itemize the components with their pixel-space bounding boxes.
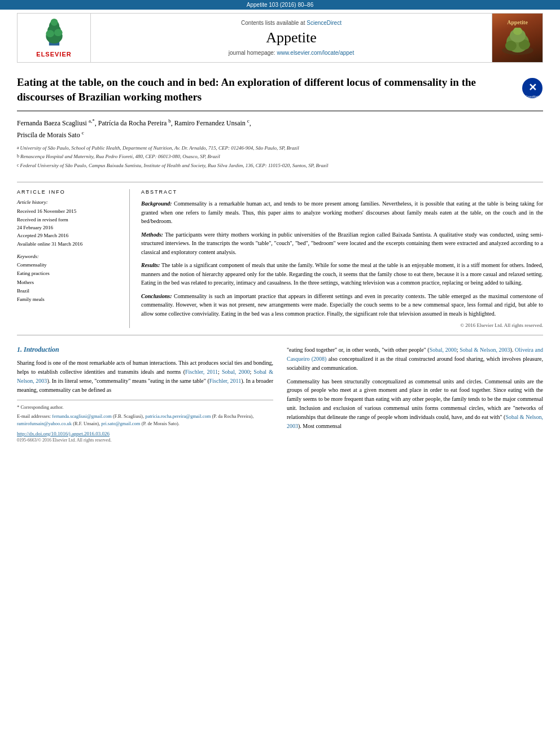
body-right-col: "eating food together" or, in other word… — [287, 346, 543, 442]
homepage-line: journal homepage: www.elsevier.com/locat… — [229, 50, 354, 56]
ref-sobal-2000[interactable]: Sobal, 2000 — [222, 369, 250, 375]
keyword-2: Eating practices — [17, 269, 119, 278]
keywords-list: Commensality Eating practices Mothers Br… — [17, 261, 119, 304]
svg-point-5 — [54, 29, 63, 36]
received-date: Received 16 November 2015 — [17, 208, 76, 214]
cover-journal-title: Appetite — [501, 19, 535, 25]
intro-paragraph-2: "eating food together" or, in other word… — [287, 346, 543, 372]
revised-date: 24 February 2016 — [17, 225, 53, 230]
elsevier-tree-icon — [37, 18, 71, 49]
revised-label: Received in revised form — [17, 217, 68, 222]
cover-image: Appetite — [492, 14, 542, 62]
elsevier-brand: ELSEVIER — [36, 51, 71, 58]
crossmark-badge: ✕ CrossMark — [522, 77, 543, 99]
sciencedirect-link[interactable]: ScienceDirect — [307, 20, 342, 26]
citation-text: Appetite 103 (2016) 80–86 — [247, 2, 313, 8]
svg-point-10 — [505, 41, 517, 51]
copyright-line: © 2016 Elsevier Ltd. All rights reserved… — [141, 322, 543, 328]
keyword-5: Family meals — [17, 295, 119, 304]
methods-text: The participants were thirty mothers wor… — [141, 231, 543, 255]
background-label: Background: — [141, 200, 172, 207]
methods-label: Methods: — [141, 231, 163, 238]
journal-cover-image: Appetite — [492, 14, 542, 62]
main-content: Eating at the table, on the couch and in… — [0, 66, 560, 443]
affiliation-a: University of São Paulo, School of Publi… — [20, 145, 299, 152]
keywords-label: Keywords: — [17, 254, 119, 259]
footnote-area: * Corresponding author. E-mail addresses… — [17, 400, 273, 442]
history-label: Article history: — [17, 199, 119, 205]
results-label: Results: — [141, 262, 160, 268]
keyword-4: Brazil — [17, 287, 119, 295]
svg-point-4 — [46, 30, 54, 37]
intro-section-title: 1. Introduction — [17, 346, 273, 354]
conclusions-label: Conclusions: — [141, 293, 172, 299]
article-title: Eating at the table, on the couch and in… — [17, 75, 522, 104]
journal-citation-bar: Appetite 103 (2016) 80–86 — [0, 0, 560, 10]
affiliation-b: Renascença Hospital and Maternity, Rua P… — [20, 153, 220, 161]
abstract-header: ABSTRACT — [141, 189, 543, 195]
svg-text:CrossMark: CrossMark — [526, 95, 540, 98]
elsevier-logo: ELSEVIER — [36, 18, 71, 58]
body-section: 1. Introduction Sharing food is one of t… — [17, 335, 543, 442]
conclusions-text: Commensality is such an important practi… — [141, 293, 543, 317]
journal-name: Appetite — [266, 29, 317, 46]
keyword-3: Mothers — [17, 278, 119, 287]
abstract-conclusions: Conclusions: Commensality is such an imp… — [141, 292, 543, 318]
body-two-col: 1. Introduction Sharing food is one of t… — [17, 346, 543, 442]
authors-section: Fernanda Baeza Scagliusi a,*, Patrícia d… — [17, 111, 543, 174]
article-title-section: Eating at the table, on the couch and in… — [17, 66, 543, 111]
abstract-col: ABSTRACT Background: Commensality is a r… — [130, 189, 543, 328]
article-info-header: ARTICLE INFO — [17, 189, 119, 195]
keyword-1: Commensality — [17, 261, 119, 269]
sciencedirect-line: Contents lists available at ScienceDirec… — [241, 20, 342, 26]
ref-fischler-2011b[interactable]: Fischler, 2011 — [209, 378, 242, 384]
article-info-col: ARTICLE INFO Article history: Received 1… — [17, 189, 130, 328]
ref-sobal-nelson-2003b[interactable]: Sobal & Nelson, 2003 — [460, 347, 510, 353]
doi-link[interactable]: http://dx.doi.org/10.1016/j.appet.2016.0… — [17, 431, 110, 436]
article-dates: Received 16 November 2015 Received in re… — [17, 207, 119, 248]
affiliation-c: Federal University of São Paulo, Campus … — [20, 162, 329, 170]
abstract-background: Background: Commensality is a remarkable… — [141, 199, 543, 226]
ref-sobal-2000b[interactable]: Sobal, 2000 — [430, 347, 457, 353]
article-info-abstract: ARTICLE INFO Article history: Received 1… — [17, 182, 543, 335]
abstract-results: Results: The table is a significant comp… — [141, 261, 543, 287]
ref-fischler-2011[interactable]: Fischler, 2011 — [185, 369, 218, 375]
authors-line: Fernanda Baeza Scagliusi a,*, Patrícia d… — [17, 117, 543, 141]
email-unsain[interactable]: ramirofunsain@yahoo.co.uk — [17, 421, 72, 426]
results-text: The table is a significant component of … — [141, 262, 543, 286]
svg-point-6 — [50, 19, 58, 26]
journal-title-area: Contents lists available at ScienceDirec… — [91, 14, 492, 62]
intro-paragraph-3: Commensality has been structurally conce… — [287, 377, 543, 431]
email-sato[interactable]: pri.sato@gmail.com — [101, 421, 140, 426]
body-left-col: 1. Introduction Sharing food is one of t… — [17, 346, 273, 442]
background-text: Commensality is a remarkable human act, … — [141, 200, 543, 224]
svg-text:✕: ✕ — [528, 82, 537, 93]
homepage-link[interactable]: www.elsevier.com/locate/appet — [277, 50, 354, 56]
footnote-corresponding: * Corresponding author. — [17, 404, 273, 411]
issn-line: 0195-6663/© 2016 Elsevier Ltd. All right… — [17, 438, 273, 443]
email-scagliusi[interactable]: fernanda.scagliusi@gmail.com — [52, 413, 112, 419]
affiliations: aUniversity of São Paulo, School of Publ… — [17, 145, 543, 170]
online-date: Available online 31 March 2016 — [17, 241, 82, 247]
ref-sobal-nelson-2003c[interactable]: Sobal & Nelson, 2003 — [287, 414, 543, 429]
publisher-logo-area: ELSEVIER — [18, 14, 91, 62]
email-pereira[interactable]: patricia.rocha.pereira@gmail.com — [145, 413, 211, 419]
accepted-date: Accepted 29 March 2016 — [17, 233, 68, 238]
abstract-methods: Methods: The participants were thirty mo… — [141, 230, 543, 257]
intro-paragraph-1: Sharing food is one of the most remarkab… — [17, 359, 273, 394]
email-label: E-mail addresses: — [17, 413, 51, 419]
doi-line: http://dx.doi.org/10.1016/j.appet.2016.0… — [17, 431, 273, 436]
journal-header: ELSEVIER Contents lists available at Sci… — [17, 13, 543, 63]
footnote-emails: E-mail addresses: fernanda.scagliusi@gma… — [17, 413, 273, 427]
